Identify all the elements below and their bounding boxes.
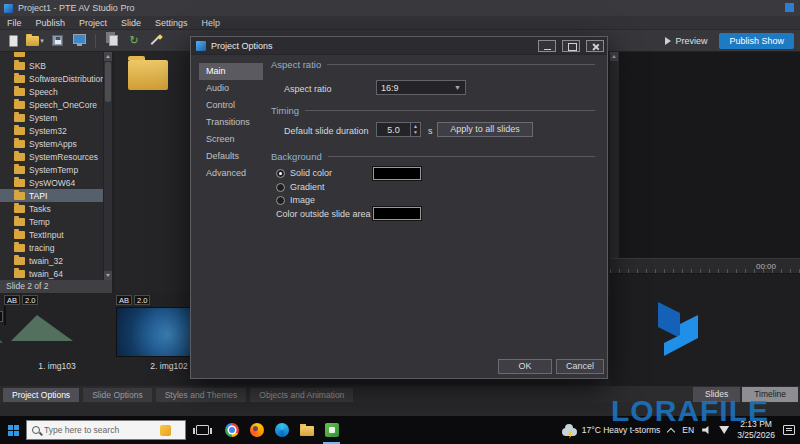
cancel-button[interactable]: Cancel bbox=[556, 359, 604, 374]
tree-item[interactable]: System32 bbox=[0, 124, 112, 137]
scrollbar-thumb[interactable] bbox=[105, 62, 111, 102]
taskbar-clock[interactable]: 2:13 PM 3/25/2026 bbox=[737, 419, 775, 441]
aspect-ratio-dropdown[interactable]: 16:9 ▼ bbox=[376, 80, 466, 95]
task-view-button[interactable] bbox=[196, 425, 209, 435]
menu-item-settings[interactable]: Settings bbox=[148, 18, 195, 28]
save-icon bbox=[52, 35, 63, 46]
tree-item[interactable]: SysWOW64 bbox=[0, 176, 112, 189]
tree-item[interactable]: System bbox=[0, 111, 112, 124]
menu-item-slide[interactable]: Slide bbox=[114, 18, 148, 28]
minimize-button[interactable] bbox=[538, 40, 556, 52]
speed-badge: 2.0 bbox=[22, 295, 38, 305]
chevron-down-icon: ▾ bbox=[40, 37, 44, 45]
tree-item[interactable]: twain_32 bbox=[0, 254, 112, 267]
status-strip bbox=[0, 403, 800, 416]
taskbar-app-firefox[interactable] bbox=[244, 416, 269, 444]
tree-item-selected[interactable]: TAPI bbox=[0, 189, 112, 202]
file-pane-scrollbar[interactable] bbox=[610, 52, 619, 258]
dialog-tab-screen[interactable]: Screen bbox=[199, 131, 263, 148]
display-settings-button[interactable] bbox=[70, 30, 88, 52]
tab-slides[interactable]: Slides bbox=[693, 387, 740, 402]
play-icon bbox=[665, 37, 671, 45]
tree-item[interactable]: SystemApps bbox=[0, 137, 112, 150]
save-button[interactable] bbox=[48, 30, 66, 52]
scroll-up-icon[interactable] bbox=[104, 52, 112, 61]
close-button[interactable] bbox=[586, 40, 604, 52]
solid-color-swatch[interactable] bbox=[373, 167, 421, 180]
tree-item[interactable]: SKB bbox=[0, 59, 112, 72]
ok-button[interactable]: OK bbox=[498, 359, 552, 374]
radio-solid-color[interactable]: Solid color bbox=[276, 167, 332, 179]
slide-thumbnail[interactable]: AB 2.0 5.0 1. img103 bbox=[2, 295, 112, 383]
open-project-button[interactable]: ▾ bbox=[26, 30, 44, 52]
search-input[interactable] bbox=[44, 425, 156, 435]
refresh-button[interactable]: ↻ bbox=[125, 30, 143, 52]
taskbar-app-active[interactable] bbox=[319, 416, 344, 444]
tree-item[interactable]: Temp bbox=[0, 215, 112, 228]
slide-caption: 1. img103 bbox=[2, 361, 112, 371]
tree-item[interactable] bbox=[0, 52, 112, 59]
tree-item[interactable]: SystemTemp bbox=[0, 163, 112, 176]
tab-slide-options[interactable]: Slide Options bbox=[82, 387, 153, 402]
taskbar-app-explorer[interactable] bbox=[294, 416, 319, 444]
tab-timeline[interactable]: Timeline bbox=[742, 387, 798, 402]
tree-item[interactable]: TextInput bbox=[0, 228, 112, 241]
start-button[interactable] bbox=[0, 416, 26, 444]
dialog-tab-defaults[interactable]: Defaults bbox=[199, 148, 263, 165]
folder-icon bbox=[14, 218, 25, 226]
slide-image[interactable]: 5.0 bbox=[4, 306, 6, 325]
tab-styles-and-themes[interactable]: Styles and Themes bbox=[155, 387, 248, 402]
copy-button[interactable] bbox=[103, 30, 121, 52]
menu-item-project[interactable]: Project bbox=[72, 18, 114, 28]
tree-item[interactable]: Tasks bbox=[0, 202, 112, 215]
tree-item[interactable]: SoftwareDistribution bbox=[0, 72, 112, 85]
taskbar-app-chrome[interactable] bbox=[219, 416, 244, 444]
publish-show-button[interactable]: Publish Show bbox=[719, 33, 794, 49]
tree-scrollbar[interactable] bbox=[103, 52, 112, 280]
duration-spinner[interactable]: 5.0 ▲▼ bbox=[376, 122, 421, 137]
scroll-down-icon[interactable] bbox=[104, 271, 112, 280]
refresh-icon: ↻ bbox=[129, 35, 138, 46]
menu-item-file[interactable]: File bbox=[0, 18, 29, 28]
preview-button[interactable]: Preview bbox=[657, 36, 715, 46]
dialog-tab-transitions[interactable]: Transitions bbox=[199, 114, 263, 131]
radio-gradient[interactable]: Gradient bbox=[276, 181, 325, 193]
chevron-up-icon[interactable] bbox=[667, 427, 675, 435]
tree-item[interactable]: SystemResources bbox=[0, 150, 112, 163]
network-icon[interactable] bbox=[719, 426, 729, 434]
apply-to-all-slides-button[interactable]: Apply to all slides bbox=[437, 122, 533, 137]
chevron-down-icon: ▼ bbox=[454, 84, 461, 91]
scroll-up-icon[interactable] bbox=[610, 52, 618, 61]
taskbar-weather[interactable]: 17°C Heavy t-storms bbox=[562, 425, 661, 436]
action-center-icon[interactable] bbox=[783, 425, 795, 435]
tree-item[interactable]: Speech_OneCore bbox=[0, 98, 112, 111]
dialog-tab-advanced[interactable]: Advanced bbox=[199, 165, 263, 182]
bottom-tab-bar: Project Options Slide Options Styles and… bbox=[0, 386, 610, 403]
menu-item-help[interactable]: Help bbox=[195, 18, 228, 28]
new-project-button[interactable] bbox=[4, 30, 22, 52]
folder-icon bbox=[14, 101, 25, 109]
radio-image[interactable]: Image bbox=[276, 194, 315, 206]
dialog-tab-audio[interactable]: Audio bbox=[199, 80, 263, 97]
timeline-time-label: 00:00 bbox=[756, 262, 776, 271]
tree-item[interactable]: Speech bbox=[0, 85, 112, 98]
monitor-icon bbox=[73, 34, 86, 44]
speaker-icon[interactable] bbox=[702, 426, 711, 434]
language-indicator[interactable]: EN bbox=[682, 425, 694, 435]
aspect-ratio-label: Aspect ratio bbox=[284, 84, 332, 94]
dialog-tab-main[interactable]: Main bbox=[199, 63, 263, 80]
timeline-ruler[interactable]: 00:00 bbox=[610, 258, 800, 274]
wizard-button[interactable] bbox=[147, 30, 165, 52]
folder-thumbnail-icon[interactable] bbox=[128, 60, 168, 90]
outside-color-swatch[interactable] bbox=[373, 207, 421, 220]
tree-item[interactable]: twain_64 bbox=[0, 267, 112, 280]
dialog-tab-control[interactable]: Control bbox=[199, 97, 263, 114]
tree-item[interactable]: tracing bbox=[0, 241, 112, 254]
taskbar-app-edge[interactable] bbox=[269, 416, 294, 444]
taskbar-search[interactable] bbox=[26, 420, 186, 440]
spinner-arrows-icon[interactable]: ▲▼ bbox=[410, 123, 420, 136]
maximize-button[interactable] bbox=[562, 40, 580, 52]
tab-objects-and-animation[interactable]: Objects and Animation bbox=[249, 387, 354, 402]
menu-item-publish[interactable]: Publish bbox=[29, 18, 73, 28]
tab-project-options[interactable]: Project Options bbox=[2, 387, 80, 402]
